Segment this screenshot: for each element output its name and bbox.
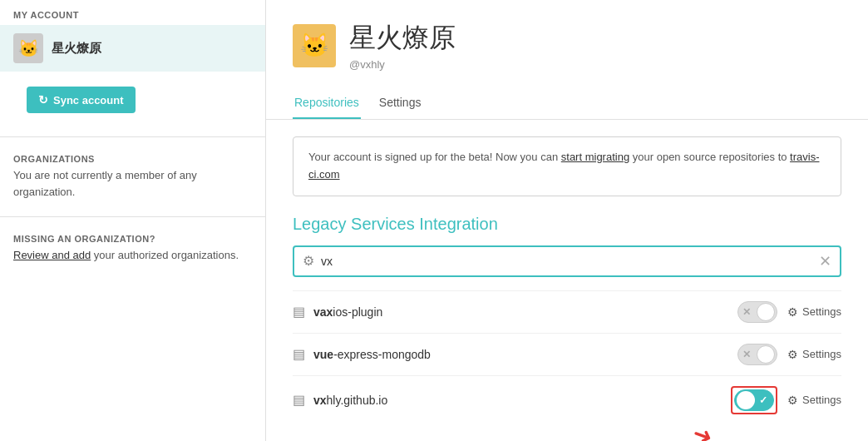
legacy-services-title: Legacy Services Integration — [293, 215, 841, 234]
repo-icon-2: ▤ — [293, 346, 305, 362]
tabs-bar: Repositories Settings — [266, 87, 868, 120]
toggle-area-1: ⚙ Settings — [737, 301, 841, 323]
settings-button-3[interactable]: ⚙ Settings — [787, 394, 841, 407]
beta-text-middle: your open source repositories to — [629, 151, 790, 163]
profile-header: 🐱 星火燎原 @vxhly — [266, 0, 868, 84]
toggle-vaxios[interactable] — [737, 301, 777, 323]
sync-account-button[interactable]: ↻ Sync account — [27, 87, 136, 113]
sidebar: MY ACCOUNT 🐱 星火燎原 ↻ Sync account ORGANIZ… — [0, 0, 266, 441]
settings-button-1[interactable]: ⚙ Settings — [787, 305, 841, 319]
organizations-section: ORGANIZATIONS You are not currently a me… — [0, 146, 265, 208]
repo-name-3: vxhly.github.io — [313, 394, 731, 407]
repo-icon-3: ▤ — [293, 392, 305, 408]
toggle-area-3: ⚙ Settings — [731, 386, 841, 414]
toggle-vue-express[interactable] — [737, 344, 777, 365]
gear-icon-1: ⚙ — [787, 305, 798, 319]
toggle-knob-3 — [737, 391, 755, 409]
profile-info: 星火燎原 @vxhly — [349, 20, 456, 71]
repo-item-vxhly: ▤ vxhly.github.io ⚙ Settings ➜ — [293, 375, 841, 424]
toggle-knob-1 — [757, 303, 775, 321]
avatar: 🐱 — [13, 33, 43, 63]
toggle-area-2: ⚙ Settings — [737, 344, 841, 365]
settings-label-3: Settings — [802, 394, 841, 406]
clear-search-icon[interactable]: ✕ — [819, 252, 831, 270]
missing-org-rest: your authorized organizations. — [91, 249, 239, 261]
profile-avatar: 🐱 — [293, 24, 336, 67]
toggle-knob-2 — [757, 345, 775, 364]
beta-notice: Your account is signed up for the beta! … — [293, 136, 841, 196]
search-box[interactable]: ⚙ ✕ — [293, 245, 841, 277]
repo-item-vaxios: ▤ vaxios-plugin ⚙ Settings — [293, 290, 841, 333]
content-area: Your account is signed up for the beta! … — [266, 120, 868, 441]
profile-handle: @vxhly — [349, 58, 456, 71]
repo-name-2: vue-express-mongodb — [313, 348, 737, 361]
repo-item-vue-express: ▤ vue-express-mongodb ⚙ Settings — [293, 333, 841, 375]
profile-name: 星火燎原 — [349, 20, 456, 57]
toggle-vxhly[interactable] — [734, 389, 774, 411]
sync-icon: ↻ — [38, 93, 48, 107]
missing-org-text: Review and add your authorized organizat… — [13, 247, 252, 264]
beta-text-before: Your account is signed up for the beta! … — [308, 151, 561, 163]
divider-2 — [0, 216, 265, 217]
user-name: 星火燎原 — [52, 41, 101, 57]
settings-label-2: Settings — [802, 348, 841, 360]
settings-button-2[interactable]: ⚙ Settings — [787, 348, 841, 361]
tab-settings[interactable]: Settings — [377, 87, 423, 119]
filter-icon: ⚙ — [303, 253, 314, 269]
toggle-highlight — [731, 386, 777, 414]
repo-icon-1: ▤ — [293, 304, 305, 320]
divider-1 — [0, 136, 265, 137]
settings-label-1: Settings — [802, 305, 841, 318]
tab-repositories[interactable]: Repositories — [293, 87, 361, 119]
gear-icon-3: ⚙ — [787, 394, 798, 407]
sync-button-label: Sync account — [53, 94, 124, 107]
missing-org-section: MISSING AN ORGANIZATION? Review and add … — [0, 225, 265, 272]
arrow-annotation: ➜ — [689, 419, 717, 441]
organizations-title: ORGANIZATIONS — [13, 154, 252, 164]
repo-name-1: vaxios-plugin — [313, 305, 737, 319]
review-add-link[interactable]: Review and add — [13, 249, 91, 261]
main-content: 🐱 星火燎原 @vxhly Repositories Settings Your… — [266, 0, 868, 441]
user-item[interactable]: 🐱 星火燎原 — [0, 25, 265, 72]
gear-icon-2: ⚙ — [787, 348, 798, 361]
organizations-text: You are not currently a member of any or… — [13, 167, 252, 200]
my-account-label: MY ACCOUNT — [0, 0, 265, 25]
start-migrating-link[interactable]: start migrating — [561, 151, 629, 163]
search-input[interactable] — [321, 255, 819, 268]
missing-org-title: MISSING AN ORGANIZATION? — [13, 234, 252, 244]
